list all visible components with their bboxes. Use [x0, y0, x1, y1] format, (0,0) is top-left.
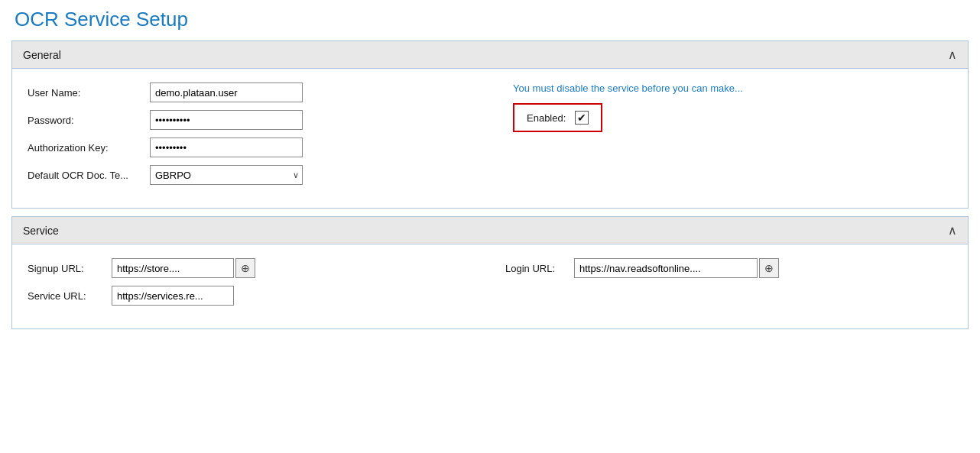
signup-url-label: Signup URL: [28, 263, 112, 274]
signup-url-wrapper: ⊕ [112, 258, 255, 278]
service-section-header[interactable]: Service ∧ [12, 217, 968, 244]
enabled-checkbox[interactable]: ✔ [575, 111, 589, 125]
service-chevron-icon: ∧ [948, 223, 957, 238]
general-right-column: You must disable the service before you … [490, 83, 952, 193]
service-url-label: Service URL: [28, 290, 112, 302]
auth-key-label: Authorization Key: [28, 142, 150, 154]
general-form-grid: User Name: Password: Authorization Key: … [28, 83, 952, 193]
service-form-grid: Signup URL: ⊕ Service URL: [28, 258, 952, 313]
disable-service-link[interactable]: You must disable the service before you … [513, 83, 952, 94]
default-ocr-input[interactable] [151, 166, 288, 184]
service-section: Service ∧ Signup URL: ⊕ Service URL: [11, 216, 969, 329]
auth-key-input[interactable] [150, 138, 303, 157]
page-title: OCR Service Setup [11, 8, 969, 31]
general-section-body: User Name: Password: Authorization Key: … [12, 69, 968, 208]
login-url-label: Login URL: [505, 263, 574, 274]
service-url-wrapper [112, 286, 234, 306]
default-ocr-label: Default OCR Doc. Te... [28, 170, 150, 181]
signup-url-row: Signup URL: ⊕ [28, 258, 490, 278]
enabled-checkbox-container: Enabled: ✔ [513, 103, 602, 132]
globe-icon-login: ⊕ [764, 262, 774, 274]
login-url-globe-button[interactable]: ⊕ [759, 258, 779, 278]
default-ocr-row: Default OCR Doc. Te... ∨ [28, 165, 467, 185]
service-right-column: Login URL: ⊕ [490, 258, 952, 313]
service-left-column: Signup URL: ⊕ Service URL: [28, 258, 490, 313]
signup-url-input[interactable] [112, 258, 234, 278]
username-label: User Name: [28, 87, 150, 99]
login-url-input[interactable] [574, 258, 758, 278]
general-left-column: User Name: Password: Authorization Key: … [28, 83, 490, 193]
general-section: General ∧ User Name: Password: Authoriza… [11, 40, 969, 209]
general-section-title: General [23, 49, 61, 61]
username-row: User Name: [28, 83, 467, 102]
default-ocr-dropdown[interactable]: ∨ [150, 165, 303, 185]
auth-key-row: Authorization Key: [28, 138, 467, 157]
dropdown-arrow-icon[interactable]: ∨ [288, 170, 303, 180]
service-url-row: Service URL: [28, 286, 490, 306]
checkmark-icon: ✔ [577, 112, 586, 123]
service-url-input[interactable] [112, 286, 234, 306]
password-row: Password: [28, 110, 467, 130]
service-section-body: Signup URL: ⊕ Service URL: [12, 244, 968, 328]
username-input[interactable] [150, 83, 303, 102]
signup-url-globe-button[interactable]: ⊕ [235, 258, 255, 278]
login-url-row: Login URL: ⊕ [490, 258, 952, 278]
enabled-label: Enabled: [527, 112, 566, 124]
login-url-wrapper: ⊕ [574, 258, 779, 278]
general-section-header[interactable]: General ∧ [12, 41, 968, 69]
general-chevron-icon: ∧ [948, 47, 957, 62]
password-input[interactable] [150, 110, 303, 130]
service-section-title: Service [23, 225, 59, 237]
globe-icon: ⊕ [241, 262, 250, 274]
password-label: Password: [28, 115, 150, 126]
